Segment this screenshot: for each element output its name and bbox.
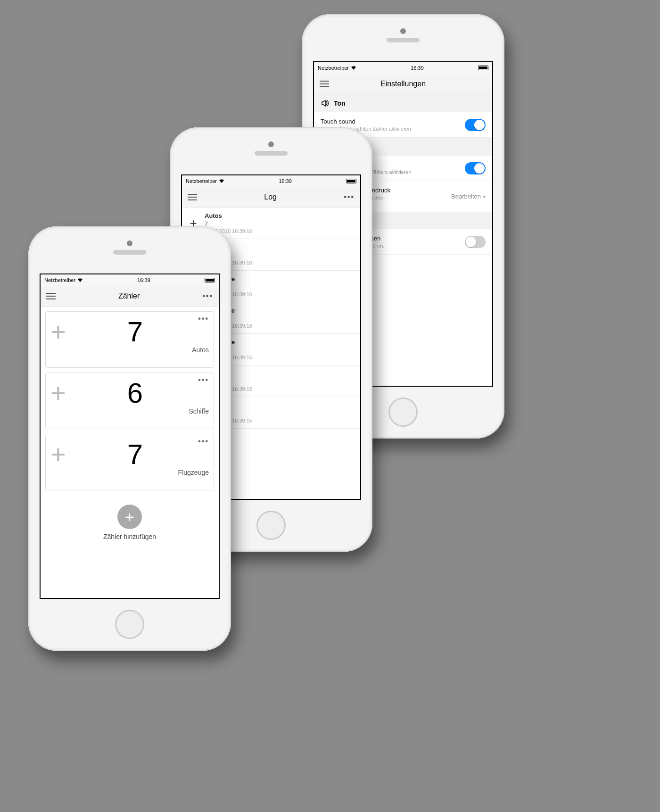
counter-label: Autos (50, 346, 209, 354)
page-title: Zähler (56, 292, 202, 300)
status-bar: Netzbetreiber 16:39 (314, 62, 492, 74)
status-time: 16:39 (279, 178, 292, 184)
card-more-button[interactable]: ••• (198, 376, 209, 384)
card-more-button[interactable]: ••• (198, 315, 209, 323)
speaker-slot (387, 38, 420, 42)
navbar-counters: Zähler ••• (41, 286, 219, 307)
toggle-vibration[interactable] (465, 162, 486, 174)
page-title: Einstellungen (329, 80, 477, 88)
counter-label: Schiffe (50, 407, 209, 415)
speaker-slot (113, 250, 146, 255)
battery-icon (478, 66, 488, 70)
page-title: Log (197, 193, 344, 201)
toggle-screen-on[interactable] (465, 236, 486, 248)
navbar-log: Log ••• (182, 187, 360, 207)
wifi-icon (77, 278, 83, 282)
more-button[interactable]: ••• (344, 193, 355, 201)
plus-icon[interactable]: + (50, 380, 66, 406)
plus-circle-icon: + (117, 505, 142, 529)
home-button[interactable] (256, 511, 286, 540)
status-bar: Netzbetreiber 16:39 (182, 175, 360, 187)
counter-card[interactable]: •••+7Autos (45, 311, 214, 368)
menu-button[interactable] (320, 81, 329, 87)
menu-button[interactable] (188, 194, 197, 200)
speaker-icon (321, 99, 329, 108)
battery-icon (205, 278, 215, 282)
counter-value: 7 (80, 438, 190, 471)
home-button[interactable] (115, 610, 144, 639)
add-counter-label: Zähler hinzufügen (103, 533, 156, 540)
section-sound: Ton (314, 94, 492, 112)
counter-label: Flugzeuge (50, 469, 209, 476)
plus-icon[interactable]: + (50, 441, 66, 468)
add-counter-button[interactable]: + Zähler hinzufügen (41, 505, 219, 540)
counter-card[interactable]: •••+7Flugzeuge (45, 434, 214, 490)
carrier-label: Netzbetreiber (44, 277, 75, 283)
battery-icon (346, 179, 356, 183)
counter-value: 6 (80, 377, 190, 409)
chevron-down-icon: ▾ (483, 193, 486, 200)
navbar-settings: Einstellungen (314, 74, 492, 94)
status-time: 16:39 (137, 277, 150, 283)
edit-link[interactable]: Bearbeiten ▾ (451, 193, 486, 200)
card-more-button[interactable]: ••• (198, 437, 209, 446)
wifi-icon (351, 66, 356, 70)
toggle-touch-sound[interactable] (465, 119, 486, 131)
menu-button[interactable] (46, 293, 56, 299)
counters-content: •••+7Autos•••+6Schiffe•••+7Flugzeuge + Z… (41, 307, 219, 598)
log-name: Autos (205, 212, 354, 219)
status-bar: Netzbetreiber 16:39 (41, 274, 219, 286)
phone-counters: Netzbetreiber 16:39 Zähler ••• •••+7Auto… (28, 226, 231, 651)
status-time: 16:39 (411, 65, 424, 71)
speaker-slot (255, 151, 288, 156)
plus-icon[interactable]: + (50, 319, 66, 345)
camera-dot (400, 28, 406, 34)
carrier-label: Netzbetreiber (318, 65, 349, 71)
camera-dot (127, 240, 132, 246)
log-value: 7 (205, 220, 354, 227)
screen-counters: Netzbetreiber 16:39 Zähler ••• •••+7Auto… (40, 273, 220, 599)
more-button[interactable]: ••• (202, 292, 213, 300)
counter-value: 7 (80, 315, 190, 348)
carrier-label: Netzbetreiber (186, 178, 217, 184)
counter-card[interactable]: •••+6Schiffe (45, 373, 214, 429)
camera-dot (268, 141, 274, 147)
home-button[interactable] (388, 398, 418, 427)
wifi-icon (219, 179, 224, 183)
log-timestamp: 13.10.2016 16:39:16 (205, 228, 354, 234)
